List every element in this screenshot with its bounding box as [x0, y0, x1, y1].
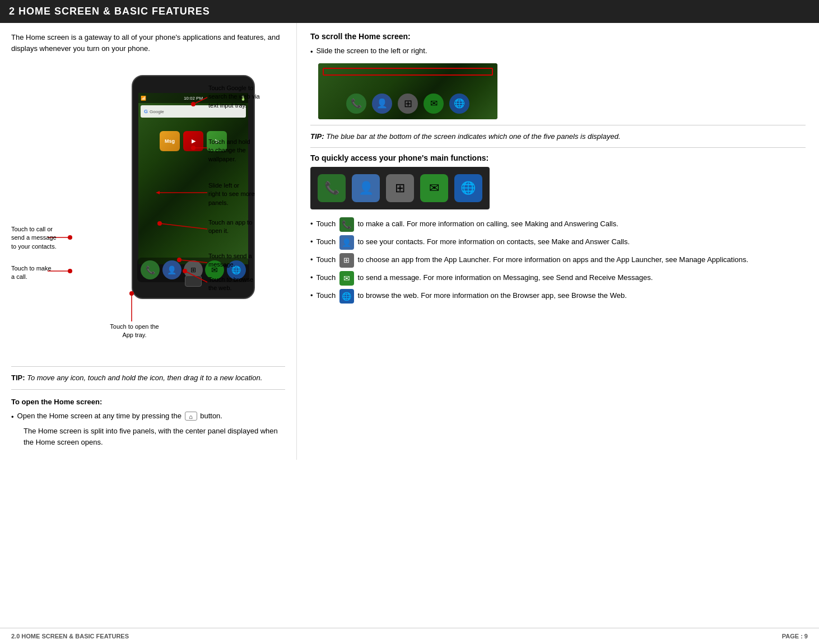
scroll-bullet: • Slide the screen to the left or right. — [310, 45, 806, 58]
quick-screenshot: 📞 👤 ⊞ ✉ 🌐 — [310, 167, 490, 209]
youtube-icon: ▶ — [183, 131, 203, 151]
phone-screen: 📶 10:02 PM 🔋 G Google Msg ▶ — [138, 93, 248, 264]
quick-bullet-2: • Touch 👤 to see your contacts. For more… — [310, 235, 806, 250]
touch-label-4: Touch — [317, 273, 338, 282]
dock-contacts-icon: 👤 — [162, 260, 182, 279]
inline-apps-icon: ⊞ — [339, 253, 354, 268]
ann-contacts-label: Touch to call or send a message to your … — [11, 225, 67, 251]
scroll-screen-inner: 📞 👤 ⊞ ✉ 🌐 — [318, 63, 497, 119]
ann-call-label: Touch to make a call. — [11, 264, 62, 282]
phone-diagram: 📶 10:02 PM 🔋 G Google Msg ▶ — [11, 64, 286, 361]
tip-label-left: TIP: — [11, 374, 25, 382]
touch-label-3: Touch — [317, 255, 338, 264]
scroll-dock-browser: 🌐 — [449, 94, 469, 114]
scroll-dock-apps: ⊞ — [398, 94, 418, 114]
open-bullet-1: • Open the Home screen at any time by pr… — [11, 410, 285, 423]
tip-box-left: TIP: To move any icon, touch and hold th… — [11, 366, 285, 390]
quick-apps-icon: ⊞ — [386, 174, 414, 202]
quick-sms-icon: ✉ — [420, 174, 448, 202]
ann-apptray-label: Touch to open the App tray. — [95, 323, 174, 340]
ann-browse-label: Touch to browse the web. — [208, 276, 276, 293]
footer-left: 2.0 HOME SCREEN & BASIC FEATURES — [11, 633, 129, 640]
intro-text: The Home screen is a gateway to all of y… — [11, 32, 285, 54]
scroll-heading: To scroll the Home screen: — [310, 32, 806, 41]
home-button — [185, 276, 202, 287]
quick-bullet-1: • Touch 📞 to make a call. For more infor… — [310, 217, 806, 232]
ann-wallpaper-label: Touch and hold to change the wallpaper. — [208, 138, 281, 164]
scroll-dock-contacts: 👤 — [372, 94, 392, 114]
right-column: To scroll the Home screen: • Slide the s… — [297, 23, 819, 460]
quick-browser-icon: 🌐 — [454, 174, 482, 202]
inline-contacts-icon: 👤 — [339, 235, 354, 250]
messaging-icon: Msg — [160, 131, 180, 151]
quick-bullet-3: • Touch ⊞ to choose an app from the App … — [310, 253, 806, 268]
tip-box-right: TIP: The blue bar at the bottom of the s… — [310, 125, 806, 148]
tip-text-right: The blue bar at the bottom of the screen… — [324, 132, 621, 141]
quick-bullet-4: • Touch ✉ to send a message. For more in… — [310, 271, 806, 286]
tip-text-left: To move any icon, touch and hold the ico… — [25, 374, 263, 382]
scroll-dock-row: 📞 👤 ⊞ ✉ 🌐 — [346, 94, 469, 114]
inline-phone-icon: 📞 — [339, 217, 354, 232]
ann-slide-label: Slide left or right to see more panels. — [208, 181, 284, 207]
header-title: 2 HOME SCREEN & BASIC FEATURES — [9, 6, 210, 17]
left-column: The Home screen is a gateway to all of y… — [0, 23, 297, 460]
main-content: The Home screen is a gateway to all of y… — [0, 23, 819, 460]
dock-phone-icon: 📞 — [141, 260, 160, 279]
quick-phone-icon: 📞 — [318, 174, 346, 202]
scroll-dock-phone: 📞 — [346, 94, 366, 114]
inline-sms-icon: ✉ — [339, 271, 354, 286]
red-highlight-rect — [323, 68, 493, 76]
scroll-screenshot-container: 📞 👤 ⊞ ✉ 🌐 — [318, 63, 806, 119]
quick-contacts-icon: 👤 — [352, 174, 380, 202]
scroll-dock-sms: ✉ — [424, 94, 444, 114]
footer-right: PAGE : 9 — [782, 633, 808, 640]
page-header: 2 HOME SCREEN & BASIC FEATURES — [0, 0, 819, 23]
touch-label-2: Touch — [317, 237, 338, 246]
ann-app-label: Touch an app to open it. — [208, 218, 281, 236]
quick-bullet-5: • Touch 🌐 to browse the web. For more in… — [310, 289, 806, 304]
page-footer: 2.0 HOME SCREEN & BASIC FEATURES PAGE : … — [0, 628, 819, 644]
touch-label-5: Touch — [317, 291, 338, 300]
tip-label-right: TIP: — [310, 132, 324, 141]
touch-label-1: Touch — [317, 220, 338, 228]
scroll-screenshot: 📞 👤 ⊞ ✉ 🌐 — [318, 63, 497, 119]
open-bullet-2: The Home screen is split into five panel… — [11, 426, 285, 447]
open-home-heading: To open the Home screen: — [11, 398, 285, 406]
ann-google-label: Touch Google to search the web via text … — [208, 84, 284, 110]
inline-browser-icon: 🌐 — [339, 289, 354, 304]
home-icon-inline: ⌂ — [185, 412, 197, 421]
ann-message-label: Touch to send a message. — [208, 252, 281, 269]
phone-image: 📶 10:02 PM 🔋 G Google Msg ▶ — [70, 69, 193, 299]
quick-heading: To quickly access your phone's main func… — [310, 153, 806, 162]
